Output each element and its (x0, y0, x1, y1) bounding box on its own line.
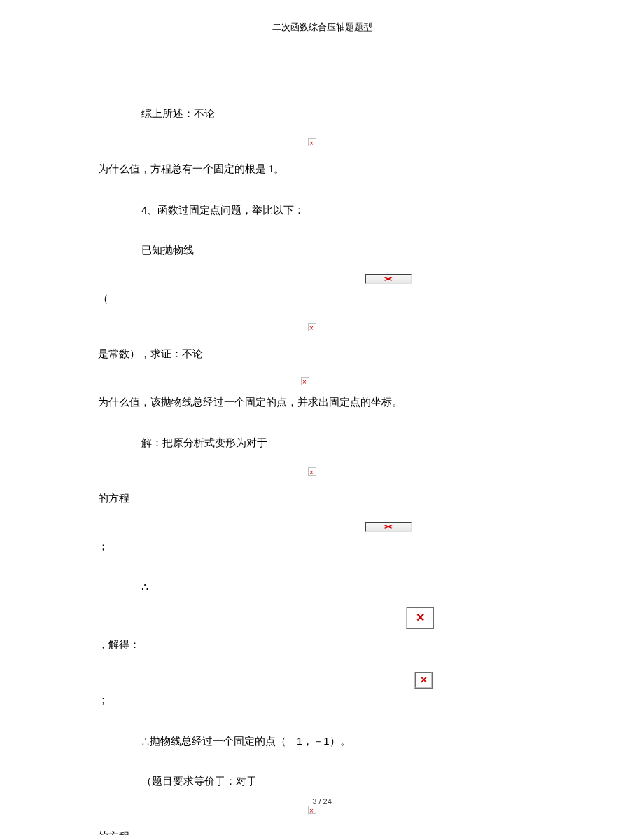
text: 的方程 (98, 831, 130, 835)
text: 已知抛物线 (141, 244, 194, 256)
broken-image-icon (365, 522, 412, 532)
text-line: 4、函数过固定点问题，举比以下： (98, 201, 546, 220)
text: 的方程 (98, 492, 130, 504)
img-placeholder-row (98, 270, 546, 288)
img-placeholder-row (98, 318, 546, 336)
text-line: ，解得： (98, 636, 546, 654)
text-line: 已知抛物线 (98, 242, 546, 260)
text-line: 的方程 (98, 490, 546, 508)
text-line: 解：把原分析式变形为对于 (98, 434, 546, 453)
broken-image-icon (406, 607, 434, 629)
text-line: （题目要求等价于：对于 (98, 773, 546, 791)
img-placeholder-row (98, 517, 546, 535)
text-line: 为什么值，该抛物线总经过一个固定的点，并求出固定点的坐标。 (98, 394, 546, 412)
text: ； (98, 541, 108, 552)
document-body: 综上所述：不论 为什么值，方程总有一个固定的根是 1。 4、函数过固定点问题，举… (0, 35, 644, 835)
img-placeholder-row (98, 607, 546, 629)
text: ∴抛物线总经过一个固定的点（ (141, 736, 286, 747)
text-line: 是常数），求证：不论 (98, 345, 546, 364)
therefore-symbol: ∴ (141, 581, 148, 593)
page-number: 3 (312, 797, 316, 806)
img-placeholder-row (98, 372, 546, 390)
text: （题目要求等价于：对于 (141, 775, 257, 787)
page-footer: 3 / 24 (0, 795, 644, 808)
broken-image-icon (308, 138, 316, 146)
text: 为什么值，方程总有一个固定的根是 1。 (98, 163, 284, 174)
page-total: 24 (323, 797, 332, 806)
text-line: 为什么值，方程总有一个固定的根是 1。 (98, 160, 546, 179)
text-line: ； (98, 538, 546, 556)
text-line: ∴抛物线总经过一个固定的点（ 1，－1）。 (98, 732, 546, 751)
page-sep: / (318, 797, 321, 806)
text-line: ∴ (98, 578, 546, 597)
text-line: 综上所述：不论 (98, 105, 546, 123)
header-title: 二次函数综合压轴题题型 (272, 22, 372, 32)
text: 是常数），求证：不论 (98, 348, 203, 359)
text: 解：把原分析式变形为对于 (141, 437, 267, 448)
text-number: 1 (323, 735, 329, 747)
broken-image-icon (308, 467, 316, 476)
text: ，解得： (98, 639, 140, 650)
text-line: 的方程 (98, 828, 546, 835)
img-placeholder-row (98, 462, 546, 480)
text: ）。 (330, 736, 351, 747)
img-placeholder-row (98, 671, 546, 689)
text: ，－ (302, 736, 323, 747)
text: 为什么值，该抛物线总经过一个固定的点，并求出固定点的坐标。 (98, 396, 402, 408)
page-header: 二次函数综合压轴题题型 (0, 0, 644, 35)
img-placeholder-row (98, 133, 546, 151)
broken-image-icon (365, 274, 412, 284)
text: 综上所述：不论 (141, 108, 215, 119)
broken-image-icon (301, 377, 309, 385)
text-line: ； (98, 691, 546, 710)
text: （ (98, 293, 108, 304)
text: 、函数过固定点问题，举比以下： (147, 205, 304, 216)
text: ； (98, 694, 108, 705)
text-line: （ (98, 290, 546, 308)
broken-image-icon (414, 672, 433, 689)
broken-image-icon (308, 323, 316, 331)
